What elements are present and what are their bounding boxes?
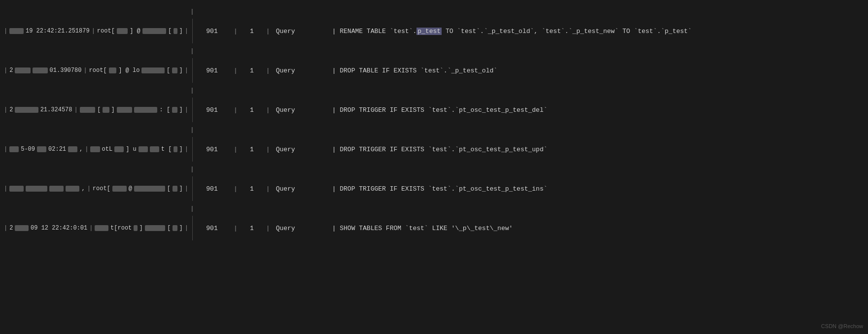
col-pipe: | [232,225,240,232]
blurred-id [9,28,24,34]
blurred [150,146,159,152]
col-query-2: | DROP TABLE IF EXISTS `test`.`_p_test_o… [326,67,868,74]
col-pipe: | [264,185,272,193]
row-separator-4 [0,122,868,137]
col-num-2: 901 [192,67,232,74]
blurred [134,107,157,113]
col-query-3: | DROP TRIGGER IF EXISTS `test`.`pt_osc_… [326,106,868,114]
col-id-5: | , | root[ @ [ ] | [0,185,192,192]
col-pipe: | [264,28,272,35]
blurred [173,225,177,231]
blurred [15,107,38,113]
row-separator-3 [0,83,868,98]
col-query-5: | DROP TRIGGER IF EXISTS `test`.`pt_osc_… [326,185,868,193]
pipe: | [4,185,7,192]
table-row: | 2 09 12 22:42:0:01 | t[root ] [ ] | 90… [0,216,868,240]
col-id-2: | 2 01.390780 | root[ ] @ lo [ ] | [0,67,192,74]
col-query-1: | RENAME TABLE `test`.p_test TO `test`.`… [326,28,868,35]
col-type-5: Query [272,185,326,193]
blurred [112,186,127,192]
table-row: | , | root[ @ [ ] | 901 | 1 | Query | DR… [0,176,868,201]
col-one-6: 1 [240,225,264,232]
col-pipe: | [264,106,272,114]
blurred [134,186,165,192]
blurred [139,146,148,152]
pipe: | [185,106,188,113]
blurred [33,67,48,73]
table-row: | 2 01.390780 | root[ ] @ lo [ ] | 901 |… [0,58,868,83]
pipe: | [4,67,7,74]
col-one-2: 1 [240,67,264,74]
blurred [90,146,100,152]
col-type-6: Query [272,225,326,232]
blurred [172,67,177,73]
blurred [95,225,108,231]
row-separator-5 [0,162,868,176]
pipe: | [74,106,77,113]
blurred [172,107,177,113]
col-num-4: 901 [192,146,232,153]
col-type-1: Query [272,28,326,35]
blurred [174,146,177,152]
col-pipe: | [264,146,272,153]
row-separator-6 [0,201,868,216]
row-separator-2 [0,43,868,58]
col-one-4: 1 [240,146,264,153]
blurred [9,186,24,192]
row-separator-1 [0,4,868,19]
col-num-5: 901 [192,185,232,193]
col-type-3: Query [272,106,326,114]
col-pipe: | [232,185,240,193]
blurred [66,186,80,192]
col-pipe: | [232,67,240,74]
col-id-6: | 2 09 12 22:42:0:01 | t[root ] [ ] | [0,225,192,232]
blurred [80,107,96,113]
table-row: | 2 21.324578 | [ ] : [ ] | 901 | 1 | Qu… [0,98,868,122]
col-query-6: | SHOW TABLES FROM `test` LIKE '\_p\_tes… [326,225,868,232]
col-num-1: 901 [192,28,232,35]
blurred [117,28,128,34]
blurred [9,146,19,152]
pipe: | [85,146,88,153]
highlight-p-test: p_test [417,28,442,35]
pipe: | [185,67,188,74]
pipe: | [89,225,93,232]
col-type-2: Query [272,67,326,74]
pipe: | [185,146,188,153]
blurred [145,225,165,231]
col-num-6: 901 [192,225,232,232]
timestamp-1: 19 22:42:21.251879 [26,28,90,34]
pipe: | [4,28,7,34]
pipe: | [4,106,7,113]
blurred [174,28,177,34]
blurred [117,107,133,113]
pipe: | [87,185,91,192]
blurred [26,186,47,192]
blurred [68,146,77,152]
blurred [142,28,166,34]
col-one-1: 1 [240,28,264,35]
col-pipe: | [232,146,240,153]
col-type-4: Query [272,146,326,153]
blurred [109,67,117,73]
col-pipe: | [264,225,272,232]
blurred [103,107,109,113]
terminal-container: | 19 22:42:21.251879 | root[ ] @ [ ] | 9… [0,0,868,244]
col-num-3: 901 [192,106,232,114]
table-row: | 19 22:42:21.251879 | root[ ] @ [ ] | 9… [0,19,868,43]
pipe: | [4,225,7,232]
col-id-3: | 2 21.324578 | [ ] : [ ] | [0,106,192,113]
blurred [141,67,165,73]
blurred [49,186,64,192]
col-id-4: | 5-09 02:21 , | otL ] u t [ ] | [0,146,192,153]
col-one-3: 1 [240,106,264,114]
col-pipe: | [264,67,272,74]
col-query-4: | DROP TRIGGER IF EXISTS `test`.`pt_osc_… [326,146,868,153]
col-pipe: | [232,28,240,35]
pipe: | [92,28,95,34]
blurred [173,186,177,192]
pipe: | [83,67,87,74]
pipe: | [185,28,188,34]
table-row: | 5-09 02:21 , | otL ] u t [ ] | 901 | 1… [0,137,868,162]
blurred [114,146,124,152]
